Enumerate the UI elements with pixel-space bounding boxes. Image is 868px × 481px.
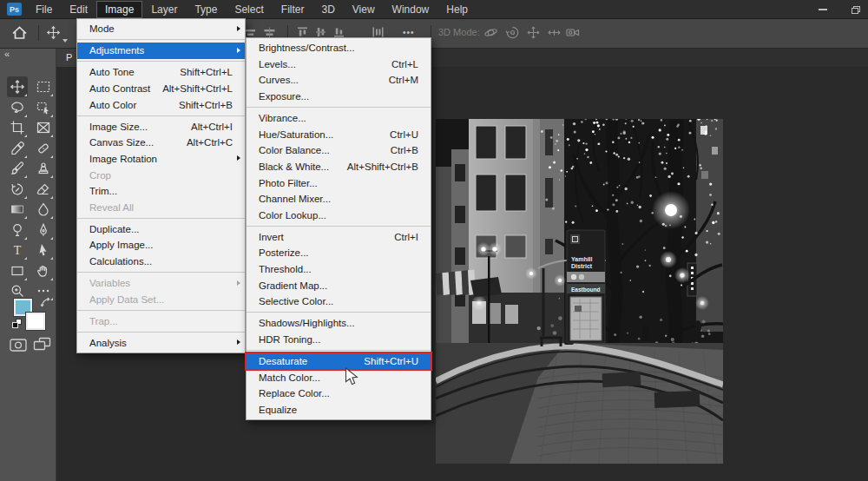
menu-item-vibrance[interactable]: Vibrance... <box>247 110 431 127</box>
clone-stamp-tool[interactable] <box>33 158 54 179</box>
menu-item-threshold[interactable]: Threshold... <box>247 261 431 278</box>
path-selection-tool[interactable] <box>33 240 54 260</box>
3d-slide-icon[interactable] <box>547 25 562 40</box>
menu-item-match-color[interactable]: Match Color... <box>247 369 431 385</box>
menubar-item-layer[interactable]: Layer <box>142 1 186 18</box>
menubar-item-type[interactable]: Type <box>186 1 226 18</box>
kiosk-sign: Yamhill District Eastbound <box>567 230 605 343</box>
menu-item-shortcut: Shift+Ctrl+U <box>357 356 418 366</box>
menu-item-posterize[interactable]: Posterize... <box>247 245 431 261</box>
menu-item-hue-saturation[interactable]: Hue/Saturation...Ctrl+U <box>247 126 431 142</box>
tool-preset-caret-icon[interactable] <box>62 39 68 43</box>
menubar-item-edit[interactable]: Edit <box>61 1 96 18</box>
menu-item-shortcut: Alt+Shift+Ctrl+L <box>155 83 233 94</box>
type-tool[interactable]: T <box>7 240 28 260</box>
dodge-tool[interactable] <box>7 220 28 240</box>
rectangular-marquee-tool[interactable] <box>33 76 54 97</box>
menu-item-equalize[interactable]: Equalize <box>247 401 431 418</box>
menu-item-auto-color[interactable]: Auto ColorShift+Ctrl+B <box>77 96 245 113</box>
menubar-item-window[interactable]: Window <box>384 1 438 18</box>
menu-item-image-rotation[interactable]: Image Rotation <box>77 151 245 168</box>
menu-item-adjustments[interactable]: Adjustments <box>77 43 245 59</box>
eyedropper-tool[interactable] <box>7 138 28 159</box>
menu-item-gradient-map[interactable]: Gradient Map... <box>247 277 431 293</box>
menu-item-label: Selective Color... <box>259 296 333 306</box>
lasso-tool[interactable] <box>7 97 28 118</box>
3d-camera-icon[interactable] <box>565 25 581 40</box>
menubar-item-filter[interactable]: Filter <box>273 1 313 18</box>
spot-healing-brush-tool[interactable] <box>33 138 54 159</box>
menubar-item-image[interactable]: Image <box>96 1 142 18</box>
rectangle-tool[interactable] <box>7 260 28 281</box>
menu-item-mode[interactable]: Mode <box>77 21 245 37</box>
menu-item-auto-contrast[interactable]: Auto ContrastAlt+Shift+Ctrl+L <box>77 81 245 97</box>
menu-item-brightness-contrast[interactable]: Brightness/Contrast... <box>247 40 431 56</box>
3d-orbit-icon[interactable] <box>483 25 498 40</box>
menu-item-calculations[interactable]: Calculations... <box>77 254 245 270</box>
menu-item-label: Exposure... <box>259 91 309 102</box>
swap-colors-icon[interactable] <box>40 297 51 308</box>
frame-tool[interactable] <box>33 117 54 138</box>
3d-pan-icon[interactable] <box>526 25 541 40</box>
menu-item-color-lookup[interactable]: Color Lookup... <box>247 207 431 223</box>
frame-icon <box>36 120 51 135</box>
menu-item-invert[interactable]: InvertCtrl+I <box>247 229 431 246</box>
3d-roll-icon[interactable] <box>505 25 520 40</box>
move-tool[interactable] <box>7 76 28 97</box>
submenu-arrow-icon <box>237 26 240 31</box>
menu-item-analysis[interactable]: Analysis <box>77 335 245 352</box>
minimize-icon[interactable] <box>819 9 827 10</box>
quick-mask-icon[interactable] <box>10 339 27 352</box>
menu-item-apply-data-set: Apply Data Set... <box>77 291 245 307</box>
menu-item-label: Curves... <box>259 75 299 85</box>
menu-item-exposure[interactable]: Exposure... <box>247 89 431 105</box>
restore-icon[interactable] <box>852 6 859 13</box>
menu-item-levels[interactable]: Levels...Ctrl+L <box>247 56 431 73</box>
menu-item-auto-tone[interactable]: Auto ToneShift+Ctrl+L <box>77 64 245 81</box>
hand-tool[interactable] <box>33 260 54 281</box>
menu-item-desaturate[interactable]: DesaturateShift+Ctrl+U <box>247 353 431 370</box>
collapse-panel-icon[interactable]: « <box>4 49 10 59</box>
3d-mode-label: 3D Mode: <box>438 18 480 47</box>
submenu-arrow-icon <box>237 155 240 161</box>
default-colors-icon-front[interactable] <box>12 322 18 328</box>
menu-item-channel-mixer[interactable]: Channel Mixer... <box>247 191 431 208</box>
crop-tool[interactable] <box>7 117 28 138</box>
menu-item-hdr-toning[interactable]: HDR Toning... <box>247 332 431 348</box>
menu-separator <box>247 350 431 351</box>
menu-item-trim[interactable]: Trim... <box>77 183 245 200</box>
menu-item-selective-color[interactable]: Selective Color... <box>247 293 431 310</box>
menu-item-label: Color Balance... <box>259 145 330 155</box>
gradient-tool[interactable] <box>7 199 28 220</box>
menu-item-replace-color[interactable]: Replace Color... <box>247 385 431 402</box>
menubar-item-file[interactable]: File <box>27 1 61 18</box>
menu-item-curves[interactable]: Curves...Ctrl+M <box>247 72 431 89</box>
menubar-item-3d[interactable]: 3D <box>312 1 343 18</box>
blur-tool[interactable] <box>33 199 54 220</box>
menubar-item-select[interactable]: Select <box>226 1 272 18</box>
menu-item-shadows-highlights[interactable]: Shadows/Highlights... <box>247 315 431 332</box>
menu-item-canvas-size[interactable]: Canvas Size...Alt+Ctrl+C <box>77 135 245 151</box>
menu-item-shortcut: Alt+Ctrl+C <box>180 137 233 148</box>
crop-icon <box>10 120 25 135</box>
history-brush-tool[interactable] <box>7 179 28 200</box>
home-icon[interactable] <box>10 23 29 42</box>
menu-item-duplicate[interactable]: Duplicate... <box>77 221 245 238</box>
object-selection-tool[interactable] <box>33 97 54 118</box>
brush-tool[interactable] <box>7 158 28 179</box>
background-color-swatch[interactable] <box>26 313 45 330</box>
menu-item-apply-image[interactable]: Apply Image... <box>77 237 245 254</box>
menu-item-label: Analysis <box>89 338 127 348</box>
menubar-item-help[interactable]: Help <box>437 1 477 18</box>
menubar-item-view[interactable]: View <box>344 1 384 18</box>
mouse-cursor <box>345 367 362 390</box>
eraser-tool[interactable] <box>33 179 54 200</box>
pen-tool[interactable] <box>33 220 54 240</box>
menu-item-color-balance[interactable]: Color Balance...Ctrl+B <box>247 142 431 159</box>
menu-item-black-white[interactable]: Black & White...Alt+Shift+Ctrl+B <box>247 159 431 175</box>
screen-mode-icon[interactable] <box>33 337 51 353</box>
pen-icon <box>36 222 51 238</box>
menu-item-image-size[interactable]: Image Size...Alt+Ctrl+I <box>77 118 245 135</box>
move-tool-options-icon[interactable] <box>46 25 61 40</box>
menu-item-photo-filter[interactable]: Photo Filter... <box>247 175 431 191</box>
